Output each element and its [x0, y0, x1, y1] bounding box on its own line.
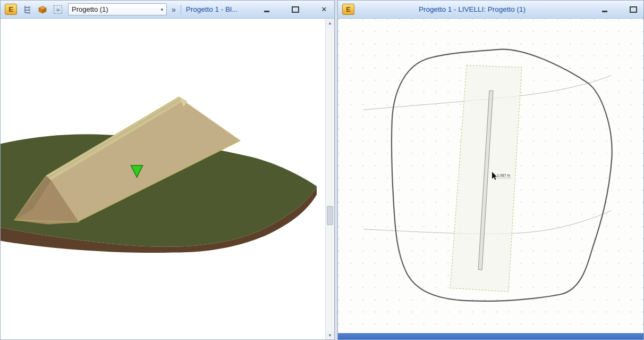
- window-title-plan: Progetto 1 - LIVELLI: Progetto (1): [359, 5, 585, 13]
- maximize-button[interactable]: [290, 4, 301, 15]
- selection-box-icon[interactable]: [53, 4, 63, 15]
- dropdown-arrow-icon: ▾: [160, 7, 163, 12]
- project-selector[interactable]: Progetto (1) ▾: [68, 3, 167, 15]
- minimize-button[interactable]: [261, 4, 273, 15]
- titlebar-separator: [181, 5, 181, 14]
- project-selector-value: Progetto (1): [72, 5, 108, 13]
- view-tree-icon[interactable]: [22, 4, 32, 15]
- dimension-label: 1.087 m: [497, 173, 510, 177]
- scroll-down-icon[interactable]: ▼: [326, 331, 334, 339]
- vertical-scrollbar[interactable]: ▲ ▼: [325, 19, 334, 339]
- selection-accent-bar: [338, 333, 643, 339]
- app-root: E: [0, 0, 644, 340]
- titlebar-3d-view[interactable]: E: [1, 1, 334, 19]
- window-title-3d: Progetto 1 - Bl...: [186, 5, 256, 13]
- scrollbar-track[interactable]: [326, 27, 334, 331]
- maximize-button[interactable]: [628, 4, 639, 15]
- viewport-plan[interactable]: 1.087 m: [338, 19, 643, 333]
- toolbar-overflow-chevron[interactable]: »: [172, 5, 176, 14]
- minimize-button[interactable]: [599, 4, 611, 15]
- scrollbar-thumb[interactable]: [327, 206, 333, 225]
- scroll-up-icon[interactable]: ▲: [326, 19, 334, 27]
- app-logo-icon: E: [5, 4, 17, 15]
- window-plan-view: E Progetto 1 - LIVELLI: Progetto (1): [337, 0, 644, 340]
- window-3d-view: E: [0, 0, 335, 340]
- app-logo-icon: E: [342, 4, 354, 15]
- titlebar-plan-view[interactable]: E Progetto 1 - LIVELLI: Progetto (1): [338, 1, 643, 19]
- viewport-3d[interactable]: [1, 19, 325, 339]
- object-cube-icon[interactable]: [37, 4, 48, 15]
- close-button[interactable]: ✕: [318, 4, 330, 15]
